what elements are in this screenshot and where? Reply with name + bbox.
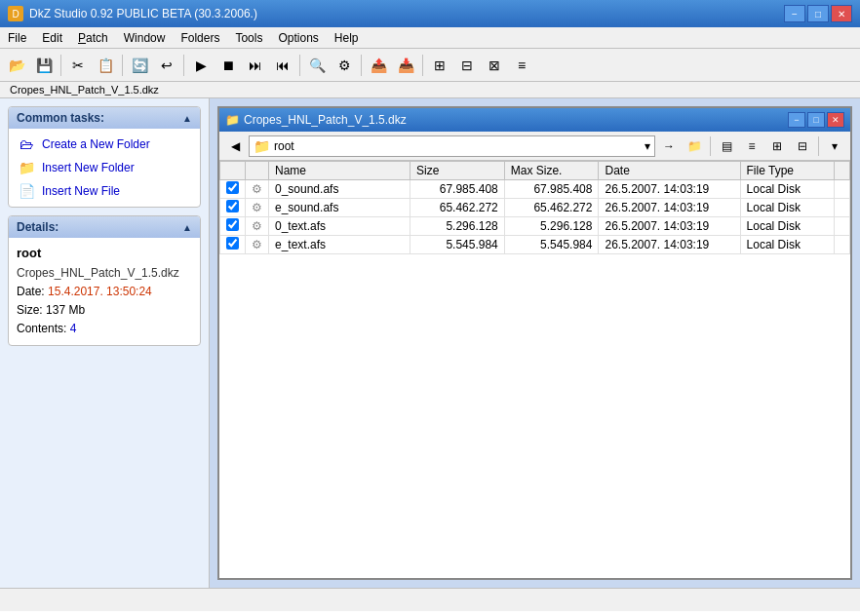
fw-view-details[interactable]: ▤: [715, 135, 738, 158]
table-row[interactable]: ⚙ e_sound.afs 65.462.272 65.462.272 26.5…: [220, 199, 850, 217]
tb-save[interactable]: 💾: [31, 53, 57, 78]
create-new-folder-link[interactable]: 🗁 Create a New Folder: [17, 135, 192, 154]
fw-path-combo[interactable]: 📁 root ▾: [249, 135, 655, 157]
menu-help[interactable]: Help: [327, 29, 367, 47]
tb-tool3[interactable]: ⊠: [482, 53, 507, 78]
tb-copy[interactable]: 📋: [93, 53, 118, 78]
file-checkbox-1[interactable]: [226, 200, 239, 212]
tb-prev[interactable]: ⏮: [270, 53, 295, 78]
fw-back-btn[interactable]: ◀: [223, 135, 247, 158]
tb-tool1[interactable]: ⊞: [427, 53, 452, 78]
tb-refresh[interactable]: 🔄: [127, 53, 152, 78]
menu-tools[interactable]: Tools: [227, 29, 270, 47]
file-size-cell: 5.545.984: [410, 236, 505, 254]
file-check-cell[interactable]: [220, 217, 246, 236]
common-tasks-header[interactable]: Common tasks: ▲: [9, 107, 200, 129]
file-checkbox-0[interactable]: [226, 181, 239, 194]
menu-window[interactable]: Window: [116, 29, 174, 47]
tb-open[interactable]: 📂: [4, 53, 29, 78]
close-button[interactable]: ✕: [831, 5, 852, 22]
file-check-cell[interactable]: [220, 199, 246, 217]
file-type-icon: ⚙: [252, 238, 262, 251]
menu-edit[interactable]: Edit: [34, 29, 70, 47]
detail-size-row: Size: 137 Mb: [17, 301, 192, 320]
file-name-cell: 0_sound.afs: [269, 180, 410, 199]
address-path: Cropes_HNL_Patch_V_1.5.dkz: [4, 84, 165, 96]
insert-new-file-link[interactable]: 📄 Insert New File: [17, 181, 192, 201]
file-check-cell[interactable]: [220, 180, 246, 199]
file-date-cell: 26.5.2007. 14:03:19: [599, 199, 740, 217]
menu-options[interactable]: Options: [270, 29, 326, 47]
file-extra-cell: [835, 236, 850, 254]
tb-tool2[interactable]: ⊟: [454, 53, 480, 78]
menu-file[interactable]: File: [0, 29, 34, 47]
fw-path-text: root: [274, 139, 294, 153]
tb-play[interactable]: ▶: [188, 53, 214, 78]
detail-size-value: 137 Mb: [46, 303, 85, 317]
fw-go-btn[interactable]: →: [657, 135, 681, 158]
col-maxsize[interactable]: Max Size.: [504, 162, 599, 180]
detail-date-value: 15.4.2017. 13:50:24: [48, 285, 152, 298]
right-panel: 📁 Cropes_HNL_Patch_V_1.5.dkz − □ ✕ ◀ 📁 r…: [210, 98, 860, 588]
fw-newfolder-btn[interactable]: 📁: [683, 135, 706, 158]
fw-minimize-button[interactable]: −: [788, 112, 805, 128]
file-window: 📁 Cropes_HNL_Patch_V_1.5.dkz − □ ✕ ◀ 📁 r…: [217, 106, 852, 580]
fw-path-folder-icon: 📁: [254, 138, 270, 154]
fw-title: Cropes_HNL_Patch_V_1.5.dkz: [244, 113, 407, 127]
details-header[interactable]: Details: ▲: [9, 216, 200, 238]
menu-patch[interactable]: Patch: [70, 29, 116, 47]
table-row[interactable]: ⚙ 0_sound.afs 67.985.408 67.985.408 26.5…: [220, 180, 850, 199]
tb-back[interactable]: ↩: [154, 53, 179, 78]
app-icon: D: [8, 6, 23, 21]
table-row[interactable]: ⚙ 0_text.afs 5.296.128 5.296.128 26.5.20…: [220, 217, 850, 236]
fw-titlebar-controls: − □ ✕: [788, 112, 844, 128]
fw-maximize-button[interactable]: □: [807, 112, 825, 128]
tb-tool4[interactable]: ≡: [509, 53, 534, 78]
fw-view-tiles[interactable]: ⊟: [791, 135, 814, 158]
tb-find[interactable]: 🔍: [304, 53, 330, 78]
file-check-cell[interactable]: [220, 236, 246, 254]
fw-sep1: [710, 136, 711, 156]
create-folder-icon: 🗁: [17, 135, 36, 154]
file-icon-cell: ⚙: [246, 199, 269, 217]
tb-import[interactable]: 📥: [393, 53, 418, 78]
common-tasks-content: 🗁 Create a New Folder 📁 Insert New Folde…: [9, 129, 200, 207]
table-row[interactable]: ⚙ e_text.afs 5.545.984 5.545.984 26.5.20…: [220, 236, 850, 254]
fw-filter-btn[interactable]: ▾: [823, 135, 846, 158]
file-icon-cell: ⚙: [246, 217, 269, 236]
file-name-cell: e_text.afs: [269, 236, 410, 254]
menu-folders[interactable]: Folders: [173, 29, 227, 47]
file-list-body: ⚙ 0_sound.afs 67.985.408 67.985.408 26.5…: [220, 180, 850, 254]
details-collapse-icon: ▲: [182, 222, 192, 233]
insert-new-folder-link[interactable]: 📁 Insert New Folder: [17, 158, 192, 177]
col-size[interactable]: Size: [410, 162, 505, 180]
tb-sep6: [422, 55, 423, 76]
col-name[interactable]: Name: [269, 162, 410, 180]
tb-stop[interactable]: ⏹: [215, 53, 241, 78]
detail-size-label: Size:: [17, 303, 43, 317]
status-bar: [0, 588, 860, 611]
tb-settings[interactable]: ⚙: [332, 53, 357, 78]
tb-export[interactable]: 📤: [366, 53, 391, 78]
file-maxsize-cell: 65.462.272: [504, 199, 599, 217]
file-type-cell: Local Disk: [740, 236, 835, 254]
minimize-button[interactable]: −: [784, 5, 805, 22]
file-size-cell: 5.296.128: [410, 217, 505, 236]
detail-date-row: Date: 15.4.2017. 13:50:24: [17, 283, 192, 301]
fw-close-button[interactable]: ✕: [827, 112, 844, 128]
file-checkbox-3[interactable]: [226, 237, 239, 250]
tb-sep2: [122, 55, 123, 76]
tb-cut[interactable]: ✂: [65, 53, 91, 78]
col-date[interactable]: Date: [599, 162, 740, 180]
col-type[interactable]: File Type: [740, 162, 835, 180]
tb-next[interactable]: ⏭: [243, 53, 268, 78]
file-type-cell: Local Disk: [740, 217, 835, 236]
fw-view-list[interactable]: ≡: [740, 135, 763, 158]
maximize-button[interactable]: □: [807, 5, 829, 22]
fw-view-icons[interactable]: ⊞: [765, 135, 789, 158]
file-type-cell: Local Disk: [740, 180, 835, 199]
insert-folder-icon: 📁: [17, 158, 36, 177]
col-extra: [835, 162, 850, 180]
tb-sep3: [183, 55, 184, 76]
file-checkbox-2[interactable]: [226, 218, 239, 231]
